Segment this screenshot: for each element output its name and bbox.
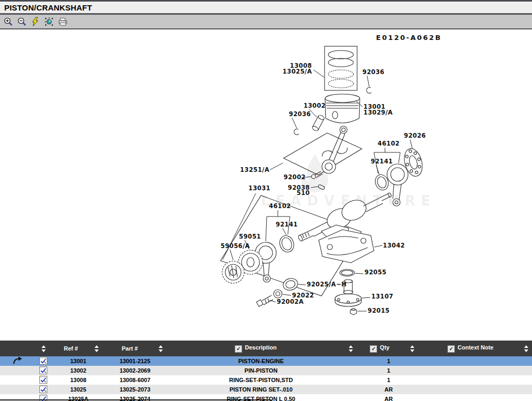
parts-catalog-window: PISTON/CRANKSHAFT [0,0,532,401]
exploded-diagram: LEADVENTURE E0120-A062B [0,29,532,341]
lightning-icon [30,17,40,27]
cell-qty: AR [356,385,421,394]
header-description-label: Description [245,344,277,351]
part-label-46102-right[interactable]: 46102 [378,140,400,147]
sort-description[interactable] [346,341,356,356]
sort-icon[interactable] [41,345,46,352]
diagram-code: E0120-A062B [376,34,442,42]
cell-context-note [421,356,532,366]
table-row-13002[interactable]: 13002 13002-2069 PIN-PISTON 1 [0,366,532,375]
header-context-note[interactable]: Context Note [421,341,520,356]
cell-qty: 1 [356,356,421,366]
part-label-92026[interactable]: 92026 [404,132,426,139]
part-label-92002a[interactable]: 92002A [277,298,304,305]
sort-qty[interactable] [403,341,421,356]
cell-qty: AR [356,394,421,401]
cell-qty: 1 [356,375,421,385]
part-label-92015[interactable]: 92015 [368,307,390,314]
part-label-13042[interactable]: 13042 [383,242,405,249]
sort-context-note[interactable] [520,341,532,356]
cell-part: 13002-2069 [104,366,166,375]
row-pointer-cell [0,366,34,375]
bottom-edge-line [0,399,272,400]
part-label-510[interactable]: 510 [297,189,310,197]
part-label-13251a[interactable]: 13251/A [240,166,269,173]
zoom-in-button[interactable] [2,16,14,27]
sort-ref[interactable] [89,341,104,356]
part-label-92036-left[interactable]: 92036 [289,110,311,118]
part-label-46102-left[interactable]: 46102 [269,202,291,210]
header-part[interactable]: Part # [104,341,155,356]
part-label-92141-right[interactable]: 92141 [371,158,393,165]
table-row-13025[interactable]: 13025 13025-2073 PISTON RING SET-.010 AR [0,385,532,394]
hotspots-button[interactable] [43,16,55,27]
cell-context-note [421,394,532,401]
header-qty-label: Qty [380,344,389,351]
diagram-toolbar [0,15,532,29]
sort-select-column[interactable] [34,341,53,356]
printer-icon [58,17,68,27]
row-pointer-cell [0,356,34,366]
row-pointer-cell [0,375,34,385]
header-ref[interactable]: Ref # [53,341,89,356]
context-note-column-checkbox[interactable] [447,345,455,353]
table-header-row: Ref # Part # Description Qty Context Not… [0,341,532,356]
cell-qty: 1 [356,366,421,375]
part-select-icon [39,357,47,365]
description-column-checkbox[interactable] [235,345,242,353]
cell-description: PIN-PISTON [166,366,356,375]
part-label-59051[interactable]: 59051 [239,233,261,240]
part-label-92002[interactable]: 92002 [284,173,306,181]
part-label-92055[interactable]: 92055 [364,269,387,276]
cell-description: PISTON RING SET-.010 [166,385,356,394]
cell-context-note [421,375,532,385]
part-label-13029a[interactable]: 13029/A [363,109,393,116]
print-button[interactable] [57,16,69,27]
cell-ref: 13008 [53,375,104,385]
sort-icon[interactable] [159,345,163,352]
part-label-92036-top[interactable]: 92036 [362,68,384,76]
zoom-out-icon [17,17,27,27]
cell-context-note [421,366,532,375]
sort-part[interactable] [155,341,166,356]
row-select-cell[interactable] [34,366,53,375]
qty-column-checkbox[interactable] [370,345,377,353]
part-select-icon [39,385,47,393]
part-label-13107[interactable]: 13107 [371,293,393,300]
header-part-label: Part # [122,345,138,352]
header-spacer [0,341,34,356]
part-label-92025ah[interactable]: 92025/A~H [307,281,347,288]
row-select-cell[interactable] [34,375,53,385]
table-row-13008[interactable]: 13008 13008-6007 RING-SET-PISTON,STD 1 [0,375,532,385]
header-description[interactable]: Description [166,341,346,356]
table-row-13001[interactable]: 13001 13001-2125 PISTON-ENGINE 1 [0,356,532,366]
cell-part: 13001-2125 [104,356,166,366]
row-pointer-cell [0,385,34,394]
zoom-in-icon [3,17,13,27]
cell-ref: 13001 [53,356,104,366]
flash-button[interactable] [29,16,41,27]
header-qty[interactable]: Qty [356,341,403,356]
cell-description: RING-SET-PISTON,STD [166,375,356,385]
row-select-cell[interactable] [34,356,53,366]
cell-ref: 13002 [53,366,104,375]
part-select-icon [39,376,47,384]
diagram-canvas[interactable]: LEADVENTURE E0120-A062B [0,29,532,341]
cell-ref: 13025 [53,385,104,394]
page-title: PISTON/CRANKSHAFT [0,3,92,12]
part-label-13025a[interactable]: 13025/A [283,68,312,75]
zoom-out-button[interactable] [16,16,28,27]
sort-icon[interactable] [95,345,99,352]
header-ref-label: Ref # [64,345,78,352]
part-label-59056a[interactable]: 59056/A [221,242,250,250]
cell-description: PISTON-ENGINE [166,356,356,366]
part-label-13031[interactable]: 13031 [248,184,270,192]
row-select-cell[interactable] [34,385,53,394]
title-bar: PISTON/CRANKSHAFT [0,0,532,15]
sort-icon[interactable] [524,345,528,352]
sort-icon[interactable] [349,345,353,352]
part-label-13002[interactable]: 13002 [304,102,326,109]
cell-context-note [421,385,532,394]
part-label-92141-left[interactable]: 92141 [276,221,298,228]
sort-icon[interactable] [410,345,414,352]
